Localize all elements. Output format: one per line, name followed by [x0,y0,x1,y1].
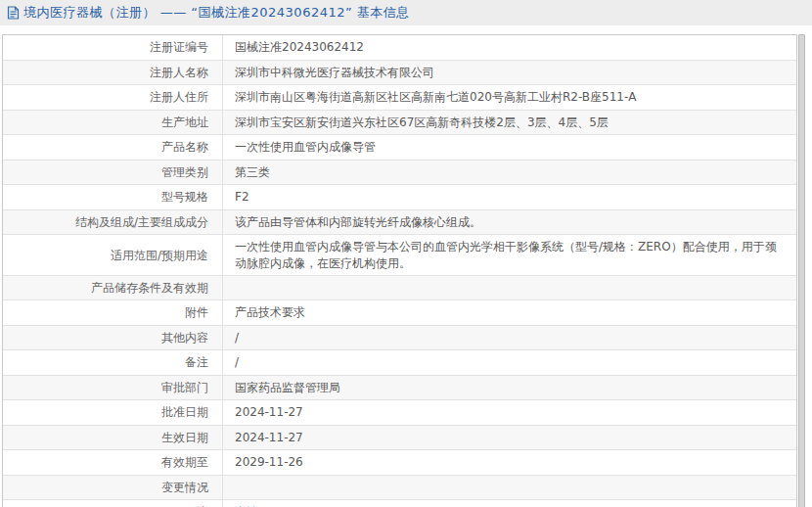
table-row: 生效日期2024-11-27 [3,426,796,451]
row-value-cell: / [223,350,796,375]
page-title: 境内医疗器械（注册） —— “国械注准20243062412” 基本信息 [23,4,410,22]
table-row: 产品储存条件及有效期 [3,276,796,300]
row-value: 第三类 [235,164,270,181]
row-label: 生效日期 [161,430,208,445]
vertical-scrollbar[interactable] [798,34,805,507]
row-label: 结构及组成/主要组成成分 [75,214,208,230]
table-row: 有效期至2029-11-26 [3,450,796,476]
table-row: 附件产品技术要求 [3,300,796,326]
scrollbar-thumb[interactable] [799,35,804,507]
row-label-cell: 有效期至 [3,450,223,475]
row-value: 深圳市南山区粤海街道高新区社区高新南七道020号高新工业村R2-B座511-A [235,89,636,106]
row-label: 注册证编号 [150,39,208,55]
table-row: 管理类别第三类 [3,161,796,186]
info-table: 注册证编号国械注准20243062412注册人名称深圳市中科微光医疗器械技术有限… [2,34,797,507]
row-label: 产品名称 [161,139,208,155]
table-row: 适用范围/预期用途一次性使用血管内成像导管与本公司的血管内光学相干影像系统（型号… [3,235,796,276]
row-value-cell: 一次性使用血管内成像导管 [223,135,796,160]
row-value-cell: / [223,326,796,350]
row-label-cell: 注册人住所 [3,85,223,110]
row-value-cell: 2029-11-26 [223,450,796,475]
row-label: 注册人名称 [150,65,208,80]
row-label: 生产地址 [161,115,208,130]
row-label-cell: 适用范围/预期用途 [3,235,223,275]
row-label-cell: 审批部门 [3,376,223,400]
row-value-cell: 国械注准20243062412 [223,35,796,60]
row-label-cell: 产品储存条件及有效期 [3,276,223,300]
row-label: 管理类别 [161,164,208,180]
row-value-cell: 第三类 [223,161,796,185]
row-label: 批准日期 [161,404,208,420]
row-label-cell: 生产地址 [3,111,223,135]
row-label-cell: 变更情况 [3,476,223,499]
row-label-cell: 结构及组成/主要组成成分 [3,210,223,235]
registration-info-panel: 注册证编号国械注准20243062412注册人名称深圳市中科微光医疗器械技术有限… [2,34,805,507]
row-value-cell: 国家药品监督管理局 [223,376,796,400]
row-value: 2029-11-26 [235,454,303,471]
row-label-cell: 生效日期 [3,426,223,450]
row-label-cell: 注册证编号 [3,35,223,60]
row-label-cell: 批准日期 [3,400,223,425]
table-row: 注册证编号国械注准20243062412 [3,35,796,61]
row-value: 2024-11-27 [235,430,303,446]
row-value: 一次性使用血管内成像导管与本公司的血管内光学相干影像系统（型号/规格：ZERO）… [235,239,785,271]
row-value-cell: 深圳市南山区粤海街道高新区社区高新南七道020号高新工业村R2-B座511-A [223,85,796,110]
table-row: 注详情 [3,500,796,507]
table-row: 生产地址深圳市宝安区新安街道兴东社区67区高新奇科技楼2层、3层、4层、5层 [3,111,796,136]
table-row: 批准日期2024-11-27 [3,400,796,426]
table-row: 结构及组成/主要组成成分该产品由导管体和内部旋转光纤成像核心组成。 [3,210,796,236]
row-value: 深圳市宝安区新安街道兴东社区67区高新奇科技楼2层、3层、4层、5层 [235,115,609,131]
row-label: 产品储存条件及有效期 [91,280,208,296]
row-value-cell: 2024-11-27 [223,400,796,425]
row-label-cell: 其他内容 [3,326,223,350]
row-value-cell: 一次性使用血管内成像导管与本公司的血管内光学相干影像系统（型号/规格：ZERO）… [223,235,796,275]
row-label: 型号规格 [161,189,208,205]
row-label-cell: 注 [3,500,223,507]
table-row: 其他内容/ [3,326,796,351]
row-value: / [235,330,239,346]
row-value-cell: 产品技术要求 [223,300,796,325]
row-value: 国家药品监督管理局 [235,380,340,396]
row-label-cell: 备注 [3,350,223,375]
document-icon [7,6,20,20]
row-value-cell: 2024-11-27 [223,426,796,450]
table-row: 型号规格F2 [3,185,796,210]
table-row: 注册人住所深圳市南山区粤海街道高新区社区高新南七道020号高新工业村R2-B座5… [3,85,796,111]
row-label: 变更情况 [161,480,208,495]
row-value: 产品技术要求 [235,304,305,321]
row-label: 有效期至 [161,454,208,470]
row-value: 2024-11-27 [235,404,303,421]
table-row: 变更情况 [3,476,796,500]
row-label-cell: 管理类别 [3,161,223,185]
row-value-cell [223,476,796,499]
row-label-cell: 产品名称 [3,135,223,160]
row-value: 一次性使用血管内成像导管 [235,139,376,156]
row-value: F2 [235,189,249,206]
row-label: 适用范围/预期用途 [111,248,208,263]
row-value-cell [223,276,796,300]
row-value-cell: 详情 [223,500,796,507]
row-label-cell: 附件 [3,300,223,325]
row-value-cell: 深圳市宝安区新安街道兴东社区67区高新奇科技楼2层、3层、4层、5层 [223,111,796,135]
row-value-cell: 深圳市中科微光医疗器械技术有限公司 [223,61,796,85]
row-label: 其他内容 [161,330,208,346]
row-label: 附件 [185,304,208,320]
row-label: 备注 [185,354,208,370]
row-value: 深圳市中科微光医疗器械技术有限公司 [235,65,434,81]
row-value-cell: F2 [223,185,796,209]
row-label-cell: 型号规格 [3,185,223,209]
page-header: 境内医疗器械（注册） —— “国械注准20243062412” 基本信息 [0,0,812,25]
row-label: 注册人住所 [150,89,208,105]
table-row: 备注/ [3,350,796,376]
table-row: 产品名称一次性使用血管内成像导管 [3,135,796,161]
row-value: / [235,354,239,371]
detail-link[interactable]: 详情 [235,504,258,507]
row-value: 国械注准20243062412 [235,39,364,56]
row-label: 审批部门 [161,380,208,395]
table-row: 审批部门国家药品监督管理局 [3,376,796,401]
row-value-cell: 该产品由导管体和内部旋转光纤成像核心组成。 [223,210,796,235]
table-row: 注册人名称深圳市中科微光医疗器械技术有限公司 [3,61,796,86]
row-value: 该产品由导管体和内部旋转光纤成像核心组成。 [235,214,481,231]
row-label-cell: 注册人名称 [3,61,223,85]
